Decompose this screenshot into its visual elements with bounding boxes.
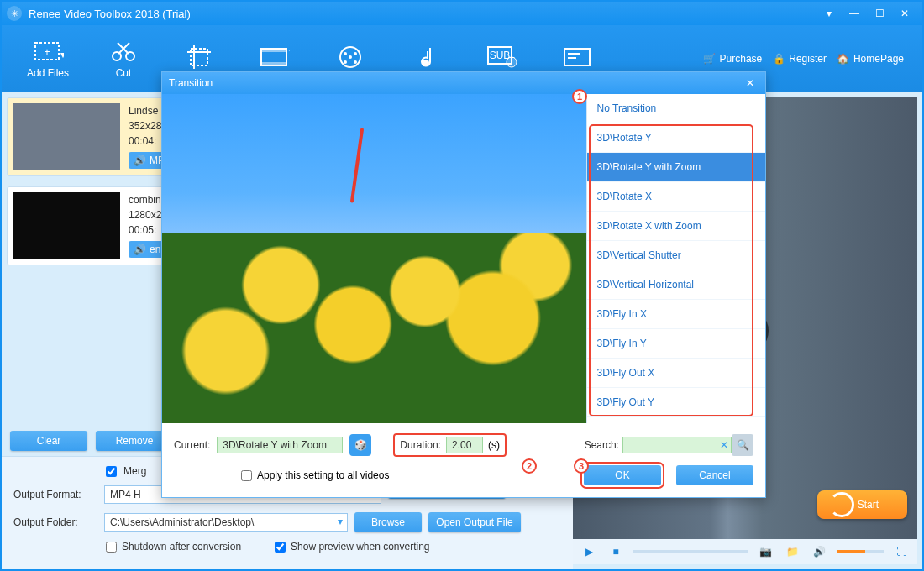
- svg-text:▾: ▾: [60, 49, 64, 60]
- preview-checkbox[interactable]: [275, 542, 286, 553]
- callout-3: 3: [574, 458, 589, 474]
- duration-input[interactable]: 2.00: [446, 437, 483, 453]
- cut-icon: [108, 39, 139, 64]
- cart-icon: 🛒: [703, 52, 717, 65]
- svg-text:✦: ✦: [288, 46, 290, 57]
- random-button[interactable]: 🎲: [349, 434, 371, 456]
- film-effects-icon: ✦: [259, 45, 291, 70]
- svg-point-15: [344, 52, 347, 55]
- callout-2: 2: [522, 458, 537, 474]
- register-link[interactable]: 🔒 Register: [772, 52, 827, 65]
- svg-point-20: [423, 60, 429, 66]
- shutdown-label: Shutdown after conversion: [122, 541, 241, 553]
- preview-label: Show preview when converting: [291, 541, 429, 553]
- svg-point-18: [354, 60, 357, 64]
- start-button[interactable]: Start: [817, 490, 907, 519]
- speaker-icon: 🔊: [134, 242, 146, 257]
- titlebar: ✳ Renee Video Toolbox 2018 (Trial) ▾ — ☐…: [2, 2, 922, 25]
- search-input[interactable]: [622, 437, 732, 453]
- cancel-button[interactable]: Cancel: [676, 465, 753, 485]
- transition-option[interactable]: 3D\Rotate Y with Zoom: [587, 153, 765, 182]
- seek-slider[interactable]: [633, 550, 748, 553]
- transition-option[interactable]: 3D\Rotate X: [587, 182, 765, 212]
- clear-search-icon[interactable]: ✕: [720, 439, 728, 451]
- search-button[interactable]: 🔍: [732, 434, 753, 456]
- dialog-close-icon[interactable]: ✕: [742, 77, 759, 89]
- search-label: Search:: [585, 439, 619, 451]
- video-thumbnail: [13, 192, 120, 259]
- duration-unit: (s): [488, 439, 500, 451]
- lock-icon: 🔒: [772, 52, 785, 65]
- dice-icon: 🎲: [354, 439, 367, 451]
- close-button[interactable]: ✕: [892, 5, 917, 22]
- apply-all-label: Apply this setting to all videos: [257, 469, 389, 481]
- volume-slider[interactable]: [837, 550, 884, 553]
- video-thumbnail: [13, 103, 120, 170]
- shutdown-checkbox[interactable]: [106, 542, 117, 553]
- svg-text:T: T: [508, 55, 515, 67]
- add-files-label: Add Files: [27, 67, 69, 79]
- cut-label: Cut: [116, 67, 132, 79]
- browse-button[interactable]: Browse: [354, 512, 422, 532]
- svg-point-17: [344, 60, 347, 64]
- svg-text:+: +: [44, 46, 50, 58]
- callout-1: 1: [572, 89, 587, 104]
- transition-option[interactable]: 3D\Fly Out Y: [587, 388, 765, 417]
- transition-option[interactable]: No Transition: [587, 94, 765, 123]
- stop-icon[interactable]: ■: [606, 542, 625, 561]
- apply-all-checkbox[interactable]: [241, 470, 252, 481]
- duration-label: Duration:: [400, 439, 441, 451]
- add-files-button[interactable]: +▾ Add Files: [10, 34, 86, 84]
- output-folder-label: Output Folder:: [13, 516, 97, 528]
- watermark-icon: [334, 45, 366, 70]
- transition-option[interactable]: 3D\Fly In X: [587, 300, 765, 329]
- transition-option[interactable]: 3D\Fly In Y: [587, 329, 765, 359]
- purchase-label: Purchase: [720, 53, 763, 65]
- maximize-button[interactable]: ☐: [867, 5, 892, 22]
- speaker-icon: 🔊: [134, 153, 146, 168]
- svg-rect-11: [261, 49, 286, 52]
- output-folder-input[interactable]: C:\Users\Administrator\Desktop\: [104, 513, 348, 532]
- subtitle-icon: SUBT: [486, 45, 517, 70]
- transition-option[interactable]: 3D\Vertical Shutter: [587, 241, 765, 270]
- transition-option[interactable]: 3D\Fly Out X: [587, 359, 765, 388]
- merge-checkbox[interactable]: [106, 466, 117, 477]
- transition-option[interactable]: 3D\Rotate X with Zoom: [587, 212, 765, 241]
- homepage-link[interactable]: 🏠 HomePage: [837, 52, 904, 65]
- svg-point-16: [354, 52, 357, 55]
- ok-button[interactable]: OK: [584, 465, 661, 485]
- current-label: Current:: [174, 439, 210, 451]
- transition-preview: [162, 94, 586, 423]
- transition-option[interactable]: 3D\Vertical Horizontal: [587, 270, 765, 300]
- svg-point-19: [349, 55, 352, 59]
- homepage-label: HomePage: [853, 53, 904, 65]
- volume-icon[interactable]: 🔊: [810, 542, 828, 561]
- transition-list: No Transition3D\Rotate Y3D\Rotate Y with…: [586, 94, 765, 423]
- svg-rect-12: [261, 62, 286, 65]
- current-transition-value: 3D\Rotate Y with Zoom: [217, 437, 343, 453]
- transition-dialog: Transition ✕ No Transition3D\Rotate Y3D\…: [161, 71, 766, 498]
- open-output-button[interactable]: Open Output File: [428, 512, 521, 532]
- duration-group: Duration: 2.00 (s): [393, 433, 507, 457]
- merge-label: Merg: [123, 465, 146, 477]
- snapshot-icon[interactable]: 📷: [756, 542, 774, 561]
- output-format-label: Output Format:: [13, 489, 97, 500]
- window-menu-icon[interactable]: ▾: [816, 5, 842, 22]
- home-icon: 🏠: [837, 52, 850, 65]
- purchase-link[interactable]: 🛒 Purchase: [703, 52, 763, 65]
- crop-icon: [183, 45, 215, 70]
- register-label: Register: [789, 53, 827, 65]
- clear-button[interactable]: Clear: [10, 431, 87, 451]
- music-icon: [410, 45, 442, 70]
- settings-card-icon: [561, 45, 593, 70]
- fullscreen-icon[interactable]: ⛶: [892, 542, 911, 561]
- preview-controls: ▶ ■ 📷 📁 🔊 ⛶: [573, 539, 917, 564]
- transition-option[interactable]: 3D\Rotate Y: [587, 123, 765, 153]
- cut-button[interactable]: Cut: [86, 34, 161, 84]
- play-icon[interactable]: ▶: [580, 542, 598, 561]
- audio-badge[interactable]: 🔊 en: [129, 241, 165, 258]
- minimize-button[interactable]: —: [842, 5, 867, 22]
- app-logo-icon: ✳: [7, 6, 22, 21]
- folder-icon[interactable]: 📁: [783, 542, 801, 561]
- app-title: Renee Video Toolbox 2018 (Trial): [29, 8, 816, 20]
